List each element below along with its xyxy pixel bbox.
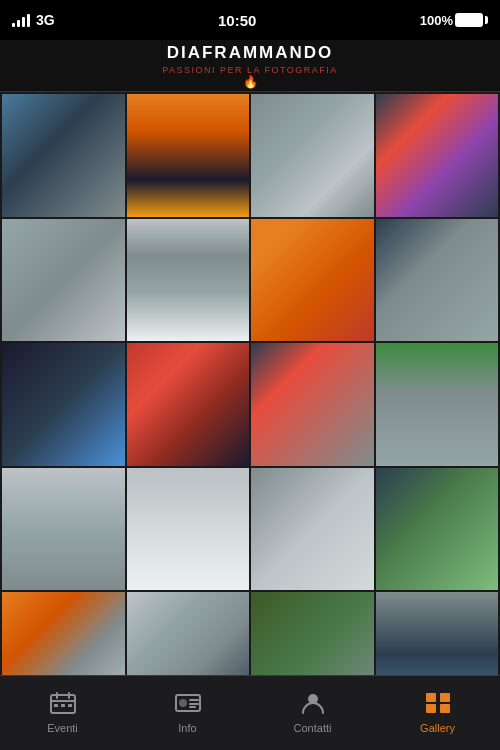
app-title: DIAFRAMMANDO — [167, 43, 334, 63]
tab-info-label: Info — [178, 722, 196, 734]
thumb-15[interactable] — [251, 468, 374, 591]
thumb-14[interactable] — [127, 468, 250, 591]
thumb-13[interactable] — [2, 468, 125, 591]
battery-percent: 100% — [420, 13, 453, 28]
thumb-2[interactable] — [127, 94, 250, 217]
svg-rect-4 — [54, 704, 58, 707]
battery-icon — [455, 13, 483, 27]
thumb-16[interactable] — [376, 468, 499, 591]
battery-indicator: 100% — [420, 13, 488, 28]
thumb-7[interactable] — [251, 219, 374, 342]
thumb-9[interactable] — [2, 343, 125, 466]
tab-contatti-label: Contatti — [294, 722, 332, 734]
app-subtitle: PASSIONI PER LA FOTOGRAFIA — [162, 65, 338, 75]
tab-eventi-label: Eventi — [47, 722, 78, 734]
info-card-icon — [175, 692, 201, 718]
tab-contatti[interactable]: Contatti — [250, 676, 375, 750]
thumb-1[interactable] — [2, 94, 125, 217]
time-label: 10:50 — [218, 12, 256, 29]
svg-rect-6 — [68, 704, 72, 707]
calendar-icon — [50, 692, 76, 718]
thumb-12[interactable] — [376, 343, 499, 466]
tab-gallery-label: Gallery — [420, 722, 455, 734]
thumb-5[interactable] — [2, 219, 125, 342]
svg-rect-16 — [440, 704, 450, 713]
status-left: 3G — [12, 12, 55, 28]
app-header: DIAFRAMMANDO PASSIONI PER LA FOTOGRAFIA … — [0, 40, 500, 92]
svg-rect-13 — [426, 693, 436, 702]
svg-point-8 — [179, 699, 187, 707]
tab-gallery[interactable]: Gallery — [375, 676, 500, 750]
svg-rect-15 — [426, 704, 436, 713]
thumb-8[interactable] — [376, 219, 499, 342]
signal-icon — [12, 13, 30, 27]
battery-tip — [485, 16, 488, 24]
thumb-3[interactable] — [251, 94, 374, 217]
carrier-label: 3G — [36, 12, 55, 28]
logo-flame-icon: 🔥 — [243, 75, 258, 89]
svg-rect-5 — [61, 704, 65, 707]
tab-eventi[interactable]: Eventi — [0, 676, 125, 750]
svg-rect-14 — [440, 693, 450, 702]
thumb-11[interactable] — [251, 343, 374, 466]
grid-icon — [425, 692, 451, 718]
person-icon — [300, 692, 326, 718]
tab-info[interactable]: Info — [125, 676, 250, 750]
tab-bar: Eventi Info Contatti — [0, 675, 500, 750]
thumb-4[interactable] — [376, 94, 499, 217]
thumb-10[interactable] — [127, 343, 250, 466]
status-bar: 3G 10:50 100% — [0, 0, 500, 40]
photo-gallery — [0, 92, 500, 717]
thumb-6[interactable] — [127, 219, 250, 342]
